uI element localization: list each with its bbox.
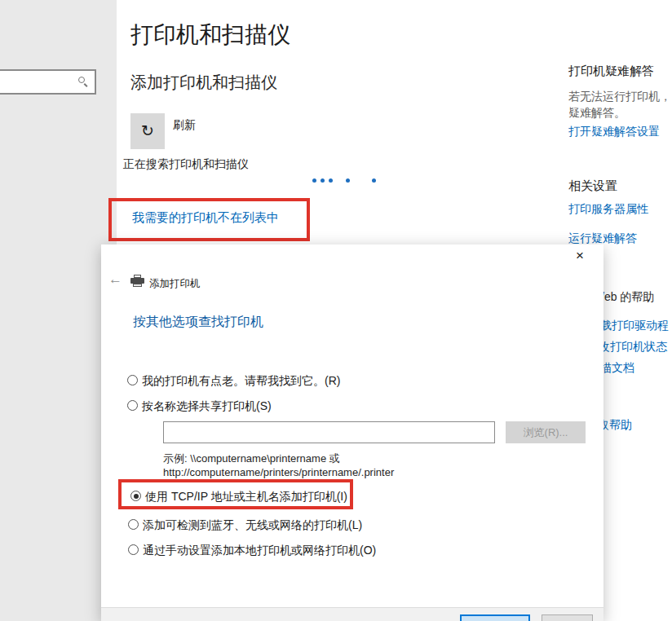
dialog-heading: 按其他选项查找打印机 (133, 314, 263, 331)
download-driver-link-clipped[interactable]: 载打印驱动程 (600, 319, 669, 333)
annotation-rect-printer-not-listed (108, 198, 310, 241)
search-input[interactable] (3, 71, 77, 93)
radio-bluetooth-wireless[interactable] (128, 519, 139, 530)
refresh-label: 刷新 (173, 118, 196, 133)
next-button[interactable] (460, 614, 530, 621)
troubleshoot-heading: 打印机疑难解答 (568, 64, 654, 79)
example-text-line2: http://computername/printers/printername… (163, 466, 394, 478)
page-title: 打印机和扫描仪 (130, 20, 290, 51)
change-printer-status-link-clipped[interactable]: 改打印机状态 (599, 340, 667, 355)
add-printers-heading: 添加打印机和扫描仪 (130, 72, 277, 94)
troubleshoot-text-line2: 疑难解答。 (568, 104, 626, 121)
cancel-button[interactable] (542, 614, 593, 621)
searching-status: 正在搜索打印机和扫描仪 (123, 157, 249, 172)
browse-button[interactable]: 浏览(R)... (506, 421, 586, 443)
dialog-title: 添加打印机 (149, 277, 201, 291)
troubleshoot-text-line1: 若无法运行打印机， (568, 88, 671, 104)
settings-window: 打印机和扫描仪 添加打印机和扫描仪 ↻ 刷新 正在搜索打印机和扫描仪 我需要的打… (0, 0, 672, 621)
search-icon[interactable] (78, 77, 87, 86)
settings-search-box[interactable] (0, 69, 96, 95)
example-text-line1: 示例: \\computername\printername 或 (163, 451, 340, 466)
add-printer-dialog: × ← 添加打印机 按其他选项查找打印机 我的打印机有点老。请帮我找到它。(R)… (101, 244, 603, 621)
open-troubleshoot-settings-link[interactable]: 打开疑难解答设置 (568, 125, 660, 139)
annotation-rect-tcpip-option (118, 479, 353, 509)
radio-older-printer[interactable] (127, 375, 138, 385)
scan-documents-link-clipped[interactable]: 描文档 (600, 361, 634, 376)
print-server-properties-link[interactable]: 打印服务器属性 (568, 202, 648, 217)
back-arrow-icon[interactable]: ← (108, 271, 122, 288)
printer-icon (130, 275, 144, 287)
close-icon[interactable]: × (576, 248, 584, 264)
shared-printer-name-input[interactable] (163, 421, 495, 443)
refresh-button[interactable]: ↻ (130, 113, 165, 149)
related-settings-heading: 相关设置 (568, 178, 617, 194)
refresh-icon: ↻ (141, 122, 154, 139)
web-help-heading-clipped: /eb 的帮助 (601, 290, 654, 305)
radio-manual-settings[interactable] (128, 544, 139, 555)
radio-shared-printer[interactable] (127, 400, 138, 411)
